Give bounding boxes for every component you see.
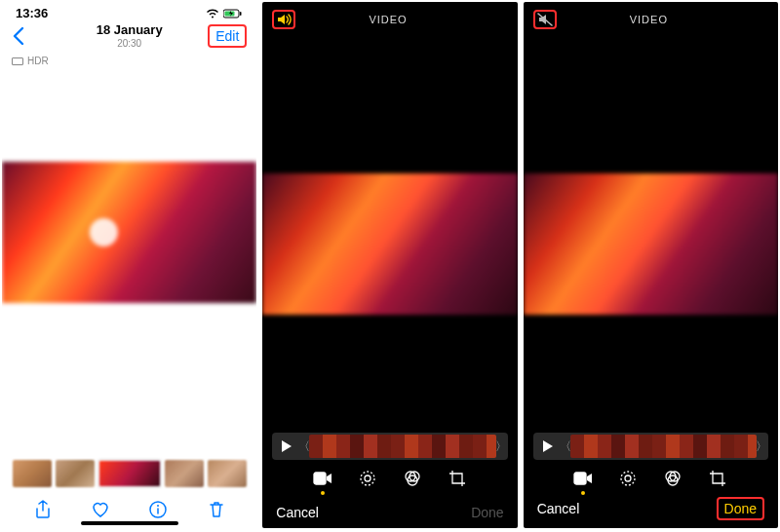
hdr-icon <box>12 57 23 65</box>
trim-control[interactable]: 〈 〉 <box>272 433 507 460</box>
edit-mode-tabs <box>262 460 517 497</box>
nav-bar: 18 January 20:30 Edit <box>2 20 256 54</box>
trim-control[interactable]: 〈 〉 <box>533 433 768 460</box>
info-button[interactable] <box>147 499 169 520</box>
status-bar: 13:36 <box>2 2 256 20</box>
video-editor-screen-muted: VIDEO 〈 〉 Cancel Done <box>524 2 778 528</box>
trim-handle-left[interactable]: 〈 <box>561 435 570 458</box>
speaker-on-icon <box>276 13 292 26</box>
edit-mode-tabs <box>524 460 778 497</box>
timeline-strip[interactable] <box>309 435 495 458</box>
editor-header: VIDEO <box>524 2 778 37</box>
wifi-icon <box>206 9 219 19</box>
play-button[interactable] <box>274 435 299 458</box>
video-preview[interactable] <box>262 173 517 315</box>
timeline-strip[interactable] <box>570 435 757 458</box>
thumbnail[interactable] <box>56 460 95 487</box>
filmstrip[interactable] <box>2 460 256 487</box>
tab-crop[interactable] <box>447 468 468 489</box>
svg-point-7 <box>365 475 370 481</box>
cancel-button[interactable]: Cancel <box>537 501 580 516</box>
sound-toggle-button[interactable] <box>533 10 557 29</box>
hdr-label: HDR <box>27 56 49 66</box>
hdr-badge: HDR <box>2 54 256 68</box>
mode-label: VIDEO <box>630 14 668 25</box>
thumbnail[interactable] <box>208 460 247 487</box>
share-button[interactable] <box>32 499 54 520</box>
tab-video[interactable] <box>572 468 594 489</box>
svg-point-13 <box>625 475 631 481</box>
delete-button[interactable] <box>206 499 227 520</box>
sound-toggle-button[interactable] <box>272 10 295 29</box>
edit-button[interactable]: Edit <box>208 24 247 48</box>
editor-header: VIDEO <box>262 2 517 37</box>
svg-rect-11 <box>574 473 586 484</box>
thumbnail[interactable] <box>13 460 52 487</box>
mode-label: VIDEO <box>369 14 407 25</box>
thumbnail-selected[interactable] <box>98 460 161 487</box>
nav-title-group: 18 January 20:30 <box>97 23 163 48</box>
trim-handle-left[interactable]: 〈 <box>299 435 309 458</box>
play-button[interactable] <box>535 435 561 458</box>
thumbnail[interactable] <box>165 460 204 487</box>
status-time: 13:36 <box>16 6 48 20</box>
tab-filters[interactable] <box>402 468 423 489</box>
nav-title: 18 January <box>97 23 163 37</box>
photo-preview[interactable] <box>2 162 256 303</box>
svg-rect-2 <box>240 12 242 16</box>
favorite-button[interactable] <box>90 499 111 520</box>
photos-viewer-screen: 13:36 18 January 20:30 Edit HDR <box>2 2 256 528</box>
cancel-button[interactable]: Cancel <box>276 505 319 520</box>
speaker-muted-icon <box>537 13 553 26</box>
home-indicator[interactable] <box>81 521 178 525</box>
tab-adjust[interactable] <box>357 468 378 489</box>
tab-filters[interactable] <box>662 468 683 489</box>
nav-subtitle: 20:30 <box>97 38 163 49</box>
battery-icon <box>223 9 243 19</box>
done-button-disabled: Done <box>471 505 503 520</box>
tab-crop[interactable] <box>707 468 728 489</box>
svg-rect-5 <box>314 473 326 484</box>
tab-adjust[interactable] <box>617 468 639 489</box>
video-preview[interactable] <box>524 173 778 315</box>
svg-point-6 <box>361 472 374 485</box>
svg-point-4 <box>157 505 159 507</box>
svg-point-12 <box>621 472 635 485</box>
tab-video[interactable] <box>312 468 333 489</box>
status-right <box>206 9 243 19</box>
editor-footer: Cancel Done <box>524 497 778 520</box>
trim-handle-right[interactable]: 〉 <box>496 435 506 458</box>
video-editor-screen-sound-on: VIDEO 〈 〉 Cancel Done <box>262 2 517 528</box>
trim-handle-right[interactable]: 〉 <box>757 435 766 458</box>
back-button[interactable] <box>12 26 25 46</box>
editor-footer: Cancel Done <box>262 505 517 520</box>
done-button[interactable]: Done <box>717 497 764 520</box>
